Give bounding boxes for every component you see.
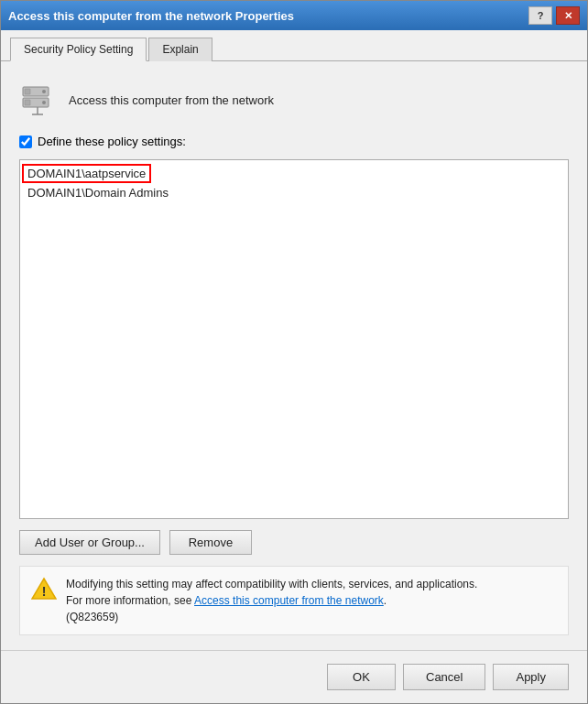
warning-box: ! Modifying this setting may affect comp…: [19, 566, 569, 635]
define-policy-checkbox[interactable]: [19, 135, 32, 148]
tab-explain[interactable]: Explain: [148, 38, 212, 61]
properties-window: Access this computer from the network Pr…: [0, 0, 588, 704]
warning-link[interactable]: Access this computer from the network: [194, 594, 384, 607]
tab-security-policy[interactable]: Security Policy Setting: [10, 38, 147, 61]
svg-point-5: [42, 101, 46, 104]
server-icon: [19, 81, 56, 118]
warning-qref: (Q823659): [66, 611, 118, 623]
title-bar-buttons: ? ✕: [528, 6, 580, 25]
svg-text:!: !: [42, 584, 47, 599]
help-button[interactable]: ?: [528, 6, 552, 25]
warning-line1: Modifying this setting may affect compat…: [66, 578, 477, 590]
tab-content: Access this computer from the network De…: [1, 61, 587, 650]
warning-line2: For more information, see: [66, 594, 194, 607]
title-bar: Access this computer from the network Pr…: [1, 1, 587, 30]
svg-point-2: [42, 90, 46, 93]
window-title: Access this computer from the network Pr…: [8, 9, 294, 23]
add-user-or-group-button[interactable]: Add User or Group...: [19, 530, 160, 555]
define-policy-label[interactable]: Define these policy settings:: [38, 135, 186, 148]
remove-button[interactable]: Remove: [169, 530, 252, 555]
list-item[interactable]: DOMAIN1\Domain Admins: [24, 185, 564, 200]
policy-list[interactable]: DOMAIN1\aatpservice DOMAIN1\Domain Admin…: [19, 159, 569, 519]
list-item[interactable]: DOMAIN1\aatpservice: [24, 166, 149, 181]
close-button[interactable]: ✕: [556, 6, 580, 25]
header-row: Access this computer from the network: [19, 76, 569, 124]
warning-text: Modifying this setting may affect compat…: [66, 576, 477, 625]
warning-period: .: [384, 594, 387, 607]
warning-icon: !: [31, 576, 57, 601]
cancel-button[interactable]: Cancel: [403, 664, 485, 690]
tab-bar: Security Policy Setting Explain: [1, 30, 587, 61]
checkbox-row: Define these policy settings:: [19, 135, 569, 148]
apply-button[interactable]: Apply: [493, 664, 569, 690]
user-group-buttons: Add User or Group... Remove: [19, 530, 569, 555]
footer: OK Cancel Apply: [1, 650, 587, 703]
ok-button[interactable]: OK: [327, 664, 396, 690]
svg-rect-1: [25, 89, 30, 94]
svg-rect-4: [25, 100, 30, 105]
policy-title: Access this computer from the network: [69, 93, 274, 107]
